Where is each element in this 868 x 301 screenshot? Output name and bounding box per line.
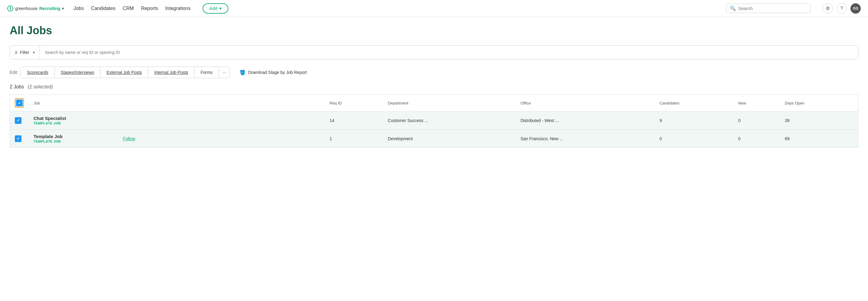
row1-new: 0	[734, 111, 780, 130]
tab-stages-interviews[interactable]: Stages/Interviews	[55, 67, 101, 78]
greenhouse-icon	[7, 5, 13, 11]
svg-rect-1	[10, 9, 10, 10]
page-title: All Jobs	[10, 24, 858, 37]
col-candidates: Candidates	[655, 95, 734, 111]
row1-department: Customer Success ...	[383, 111, 516, 130]
col-days-open: Days Open	[780, 95, 858, 111]
avatar[interactable]: GS	[850, 3, 861, 13]
edit-bar: Edit: Scorecards Stages/Interviews Exter…	[10, 66, 858, 78]
row1-template-badge: TEMPLATE JOB	[34, 121, 320, 125]
header-checkbox-cell: ✓	[10, 95, 29, 111]
row2-checkbox[interactable]: ✓	[15, 135, 22, 142]
row2-days-open: 69	[780, 130, 858, 148]
row1-candidates: 9	[655, 111, 734, 130]
row2-candidates: 0	[655, 130, 734, 148]
row2-office: San Francisco, New ...	[516, 130, 655, 148]
row2-job: Template Job TEMPLATE JOB Follow	[29, 130, 325, 148]
table-row: ✓ Chat Specialist TEMPLATE JOB 14 Custom…	[10, 111, 858, 130]
checkmark-icon: ✓	[18, 101, 21, 105]
row2-job-name[interactable]: Template Job	[34, 134, 63, 139]
logo-chevron-icon[interactable]: ▾	[62, 6, 64, 10]
filter-button[interactable]: ⧖ Filter ▾	[10, 46, 40, 59]
help-button[interactable]: ?	[837, 3, 847, 13]
search-input[interactable]	[738, 6, 807, 11]
row1-days-open: 39	[780, 111, 858, 130]
settings-button[interactable]: ⚙	[823, 3, 833, 13]
settings-icon: ⚙	[826, 5, 830, 11]
row2-new: 0	[734, 130, 780, 148]
checkmark-icon: ✓	[17, 136, 20, 141]
tab-more[interactable]: ···	[219, 67, 230, 78]
search-icon: 🔍	[730, 5, 736, 11]
row1-checkbox-cell: ✓	[10, 111, 29, 130]
col-department: Department	[383, 95, 516, 111]
nav-reports[interactable]: Reports	[141, 6, 158, 11]
nav-crm[interactable]: CRM	[123, 6, 134, 11]
nav-candidates[interactable]: Candidates	[91, 6, 116, 11]
row1-job: Chat Specialist TEMPLATE JOB	[29, 111, 325, 130]
filter-chevron-icon: ▾	[33, 51, 35, 55]
filter-bar: ⧖ Filter ▾	[10, 46, 858, 59]
tab-forms[interactable]: Forms	[194, 67, 219, 78]
download-icon: 🪣	[240, 70, 246, 75]
jobs-table: ✓ Job Req ID Department Office Candidate…	[10, 94, 858, 148]
row1-req-id: 14	[325, 111, 383, 130]
download-report-link[interactable]: 🪣 Download Stage by Job Report	[240, 70, 307, 75]
follow-link[interactable]: Follow	[123, 136, 135, 141]
logo-product: Recruiting	[39, 6, 60, 11]
edit-label: Edit:	[10, 70, 18, 75]
header-checkbox[interactable]: ✓	[16, 100, 23, 106]
col-job: Job	[29, 95, 325, 111]
row2-department: Development	[383, 130, 516, 148]
nav-integrations[interactable]: Integrations	[165, 6, 190, 11]
row1-checkbox[interactable]: ✓	[15, 117, 22, 124]
checkmark-icon: ✓	[17, 118, 20, 122]
tab-external-job-posts[interactable]: External Job Posts	[100, 67, 148, 78]
job-selected-count: (2 selected)	[28, 84, 53, 89]
nav-icons: ⚙ ? GS	[823, 3, 861, 13]
tab-scorecards[interactable]: Scorecards	[21, 67, 55, 78]
nav-links: Jobs Candidates CRM Reports Integrations	[73, 6, 190, 11]
help-icon: ?	[840, 6, 843, 11]
filter-search-input[interactable]	[40, 46, 858, 59]
col-req-id: Req ID	[325, 95, 383, 111]
job-count-number: 2 Jobs	[10, 84, 24, 89]
nav-jobs[interactable]: Jobs	[73, 6, 84, 11]
row2-checkbox-cell: ✓	[10, 130, 29, 148]
table-row: ✓ Template Job TEMPLATE JOB Follow 1	[10, 130, 858, 148]
add-chevron-icon: ▾	[219, 6, 222, 11]
add-button[interactable]: Add ▾	[203, 3, 228, 13]
page-content: All Jobs ⧖ Filter ▾ Edit: Scorecards Sta…	[0, 17, 868, 155]
col-office: Office	[516, 95, 655, 111]
filter-label: Filter	[20, 50, 29, 55]
row2-req-id: 1	[325, 130, 383, 148]
edit-tabs: Scorecards Stages/Interviews External Jo…	[21, 66, 230, 78]
logo[interactable]: greenhouse Recruiting ▾	[7, 5, 64, 11]
logo-text: greenhouse	[15, 6, 37, 11]
row1-job-name[interactable]: Chat Specialist	[34, 116, 320, 121]
filter-icon: ⧖	[15, 50, 18, 55]
job-count: 2 Jobs (2 selected)	[10, 84, 858, 90]
table-header-row: ✓ Job Req ID Department Office Candidate…	[10, 95, 858, 111]
row2-template-badge: TEMPLATE JOB	[34, 140, 63, 143]
main-nav: greenhouse Recruiting ▾ Jobs Candidates …	[0, 0, 868, 17]
row1-office: Distributed - West ...	[516, 111, 655, 130]
header-checkbox-border[interactable]: ✓	[15, 99, 24, 108]
col-new: New	[734, 95, 780, 111]
tab-internal-job-posts[interactable]: Internal Job Posts	[148, 67, 194, 78]
search-bar[interactable]: 🔍	[726, 4, 810, 13]
